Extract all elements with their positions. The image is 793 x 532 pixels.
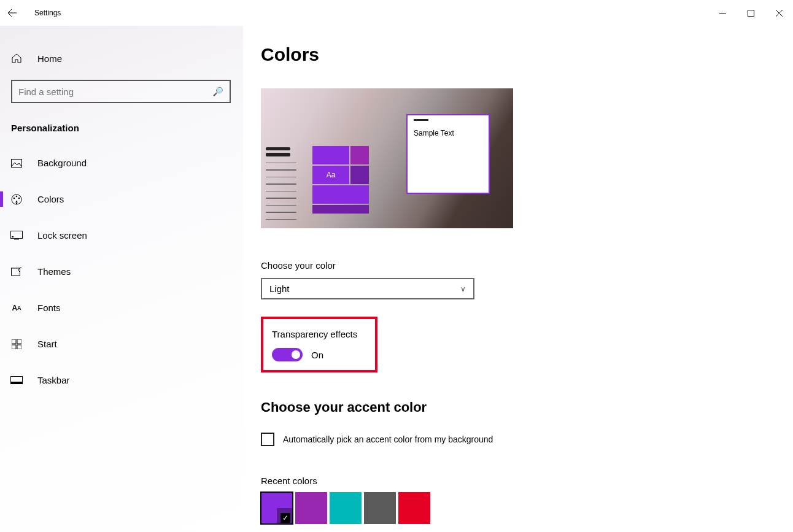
color-swatch-2[interactable] [330,492,362,524]
window-title: Settings [34,9,61,17]
nav-item-themes[interactable]: Themes [0,258,243,285]
search-icon: 🔍 [213,87,223,96]
sample-window: Sample Text [406,114,490,194]
home-nav[interactable]: Home [0,45,243,71]
page-title: Colors [261,44,793,65]
color-mode-value: Light [269,283,290,294]
search-input[interactable] [18,87,203,97]
sidebar: Home 🔍 Personalization Background Colors… [0,26,243,532]
color-swatch-3[interactable] [364,492,396,524]
svg-rect-9 [12,339,16,344]
auto-accent-label: Automatically pick an accent color from … [283,434,493,444]
svg-rect-14 [11,382,23,384]
maximize-button[interactable] [737,3,765,23]
minimize-icon [719,10,726,17]
nav-label: Fonts [37,303,61,313]
titlebar: Settings [0,0,793,26]
chevron-down-icon: ∨ [460,285,466,293]
sample-text: Sample Text [414,129,482,137]
nav-item-background[interactable]: Background [0,149,243,177]
nav-item-lockscreen[interactable]: Lock screen [0,222,243,249]
palette-icon [10,193,23,206]
font-icon: AA [10,302,23,314]
nav-item-taskbar[interactable]: Taskbar [0,366,243,394]
svg-rect-11 [12,345,16,349]
nav-item-start[interactable]: Start [0,330,243,358]
close-icon [776,10,783,17]
category-title: Personalization [0,103,243,141]
taskbar-icon [10,374,23,387]
nav-label: Themes [37,266,71,277]
svg-rect-1 [12,159,22,167]
picture-icon [10,157,23,169]
transparency-section: Transparency effects On [261,317,377,372]
search-box[interactable]: 🔍 [11,80,231,103]
back-button[interactable] [0,0,25,26]
recent-colors-row [261,492,793,524]
nav-label: Background [37,158,87,168]
svg-rect-0 [748,10,754,16]
nav-item-colors[interactable]: Colors [0,185,243,213]
recent-colors-label: Recent colors [261,476,793,486]
transparency-state: On [311,350,323,360]
color-swatch-4[interactable] [398,492,430,524]
color-preview: Aa Sample Text [261,88,513,228]
color-swatch-0[interactable] [261,492,293,524]
grid-icon [10,338,23,350]
nav-label: Lock screen [37,230,87,241]
minimize-button[interactable] [708,3,737,23]
choose-color-section: Choose your color Light ∨ [261,260,793,299]
auto-accent-checkbox[interactable] [261,433,274,446]
svg-point-3 [14,197,15,199]
transparency-label: Transparency effects [272,329,366,339]
nav-item-fonts[interactable]: AA Fonts [0,294,243,322]
monitor-icon [10,229,23,242]
nav-list: Background Colors Lock screen Themes AA … [0,149,243,394]
close-button[interactable] [765,3,793,23]
nav-label: Start [37,339,57,349]
accent-heading: Choose your accent color [261,399,793,415]
svg-rect-7 [12,236,14,237]
pen-icon [10,266,23,278]
svg-point-4 [16,195,18,197]
auto-accent-row[interactable]: Automatically pick an accent color from … [261,433,793,446]
maximize-icon [748,10,754,17]
arrow-left-icon [7,8,17,18]
main-content: Colors Aa [243,26,793,532]
home-label: Home [37,53,62,64]
svg-rect-12 [17,345,21,349]
color-mode-dropdown[interactable]: Light ∨ [261,278,474,299]
preview-tile-aa: Aa [312,166,349,184]
svg-rect-10 [17,339,21,344]
home-icon [10,52,23,64]
nav-label: Taskbar [37,375,70,385]
color-swatch-1[interactable] [295,492,327,524]
transparency-toggle[interactable] [272,348,303,361]
nav-label: Colors [37,194,64,204]
svg-point-5 [18,197,20,199]
choose-color-label: Choose your color [261,260,793,271]
